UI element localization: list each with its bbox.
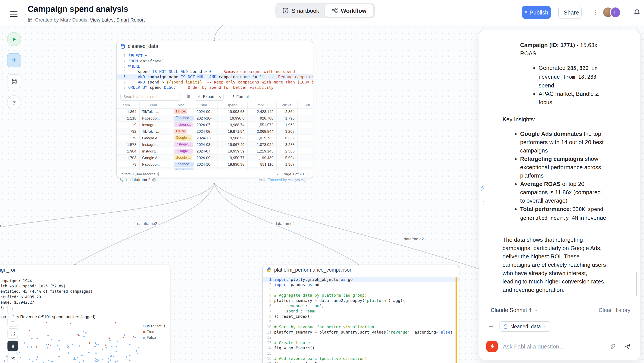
table-row[interactable]: 73Faceboo...Faceboo...2024-10-...19,930.… [117,161,313,168]
lock-button[interactable] [8,340,18,351]
code-line[interactable]: 7ORDER BY spend DESC; -- Order by spend … [117,85,313,90]
avatar-initial[interactable]: L [610,7,621,18]
run-workflow-button[interactable] [7,32,21,46]
code-line[interactable]: 2import pandas as pd [263,282,458,287]
view-latest-smart-report-link[interactable]: View Latest Smart Report [90,17,145,23]
format-button[interactable]: Format [228,94,252,99]
publish-button[interactable]: Publish [522,6,551,19]
next-page-icon[interactable]: › [308,172,309,176]
ask-fabi-input[interactable] [502,342,602,350]
table-row[interactable]: 1,984Instagra...Instagra...2024-07...19,… [117,148,313,154]
add-node-button[interactable]: + [7,53,21,67]
copy-icon[interactable] [152,178,156,182]
table-row[interactable]: 1,218Faceboo...Faceboo...2024-10-...19,9… [117,115,313,122]
column-header[interactable]: ctr [298,102,313,108]
code-line[interactable]: 16# Add revenue bars (positive direction… [263,356,458,361]
code-line[interactable]: 12 [263,335,458,340]
node-header[interactable]: cleaned_data [117,41,313,52]
table-row[interactable]: 1,708Google A...Google ...2024-09...19,9… [117,154,313,161]
data-sources-button[interactable] [7,74,21,88]
close-icon[interactable]: × [544,323,546,329]
column-header[interactable]: clicks [276,102,298,108]
code-line[interactable]: 8}).reset_index() [263,314,458,319]
code-line[interactable]: 10# Sort by revenue for better visualiza… [263,324,458,329]
code-line[interactable]: 6 'revenue': 'sum', [263,303,458,308]
node-platform-performance[interactable]: platform_performance_comparison 1import … [262,265,459,363]
scatter-plot[interactable] [1,318,142,363]
code-line[interactable]: 4 spend IS NOT NULL AND spend > 0 -- Rem… [117,69,313,74]
python-editor[interactable]: 1import plotly.graph_objects as go2impor… [263,275,458,363]
code-line[interactable]: 13# Create figure [263,340,458,345]
avatar-group[interactable]: L [602,7,621,18]
send-button[interactable] [622,343,633,349]
code-line[interactable]: 5platform_summary = dataframe2.groupby('… [263,298,458,303]
table-row[interactable]: 1,364TikTok - ...TikTok2024-09...19,993.… [117,108,313,115]
fit-view-button[interactable] [8,328,18,339]
legend-item-false[interactable]: False [143,335,166,340]
column-header[interactable]: plat... [171,102,194,108]
sql-editor[interactable]: 1SELECT *2FROM dataframe13WHERE4 spend I… [117,52,313,91]
zoom-in-button[interactable]: + [8,304,18,314]
code-line[interactable]: 17fig.add_trace(go.Bar( [263,361,458,363]
panel-pin-icon[interactable] [480,185,484,193]
code-line[interactable]: 7 'spend': 'sum' [263,308,458,314]
help-button[interactable]: ? [7,95,21,109]
search-input[interactable] [120,93,181,101]
node-campaign-roi[interactable]: campaign_roi ampaigns: 1944ith ≥$10k spe… [0,265,170,363]
code-line[interactable]: 3WHERE [117,64,313,69]
chat-transcript[interactable]: Campaign (ID: 1771) - 15.63x ROASGenerat… [502,30,606,304]
code-line[interactable]: 15 [263,351,458,356]
column-header[interactable]: cam... [117,102,139,108]
share-button[interactable]: Share [558,6,582,19]
code-line[interactable]: 6 AND spend > {{spend_limit}} -- Keep on… [117,80,313,85]
drag-handle-icon[interactable] [482,200,484,206]
auto-layout-button[interactable] [8,353,18,363]
code-line[interactable]: 14fig = go.Figure() [263,345,458,351]
code-line[interactable]: 4# Aggregate data by platform (ad group) [263,293,458,298]
output-dataframe-label[interactable]: dataframe2 [130,178,150,182]
column-header[interactable]: spend [218,102,247,108]
code-line[interactable]: 1SELECT * [117,53,313,59]
result-table-wrap[interactable]: cam...cam...plat...star...spendimpr...cl… [117,102,313,171]
context-chip[interactable]: cleaned_data × [500,321,550,332]
tab-smartbook[interactable]: Smartbook [277,5,325,17]
attach-button[interactable] [607,343,618,349]
code-line[interactable]: 1import plotly.graph_objects as go [263,277,458,282]
table-row[interactable]: 79Google A...Google ...2024-11-...19,968… [117,135,313,141]
export-button[interactable]: Export [194,93,224,101]
legend-item-true[interactable]: True [143,329,166,334]
table-row[interactable]: 1,578Instagra...Instagra...2024-03...19,… [117,141,313,148]
add-context-button[interactable]: + [486,322,495,331]
node-header[interactable]: platform_performance_comparison [263,265,458,275]
column-header[interactable]: cam... [139,102,171,108]
table-row[interactable]: 732TikTok - ...TikTok2024-05...19,971.94… [117,128,313,135]
code-line[interactable]: 3 [263,287,458,293]
zoom-out-button[interactable]: − [8,316,18,326]
table-row[interactable]: 9Instagra...Instagra...2024-07...19,988.… [117,122,313,128]
result-table[interactable]: cam...cam...plat...star...spendimpr...cl… [117,102,313,171]
notifications-button[interactable] [631,8,643,18]
code-scrollbar[interactable] [456,277,457,363]
model-selector[interactable]: Claude Sonnet 4 [491,307,538,313]
clear-history-button[interactable]: Clear History [596,307,633,314]
columns-icon[interactable] [186,93,190,101]
hamburger-menu-icon[interactable] [10,10,18,18]
chat-scrollbar[interactable] [636,272,638,296]
code-line[interactable]: 11platform_summary = platform_summary.so… [263,329,458,335]
column-header[interactable]: impr... [247,102,276,108]
prev-page-icon[interactable]: ‹ [277,172,278,176]
code-line[interactable]: 2FROM dataframe1 [117,59,313,64]
code-line[interactable]: 5 AND campaign_name IS NOT NULL AND camp… [117,74,313,80]
column-header[interactable]: star... [194,102,218,108]
node-cleaned-data[interactable]: cleaned_data 1SELECT *2FROM dataframe13W… [116,41,313,178]
node-header[interactable]: campaign_roi [0,265,170,275]
panel-resize-divider[interactable] [484,210,484,305]
port-bottom[interactable] [213,183,216,185]
tab-workflow[interactable]: Workflow [325,4,374,17]
code-line[interactable]: 9 [263,319,458,324]
publish-icon [524,10,527,15]
output-tag-row[interactable]: ◇ dataframe2 [120,178,156,182]
info-icon[interactable] [157,172,160,176]
kebab-menu-icon[interactable]: ⋮ [590,7,599,18]
chevron-down-icon[interactable] [216,95,223,98]
